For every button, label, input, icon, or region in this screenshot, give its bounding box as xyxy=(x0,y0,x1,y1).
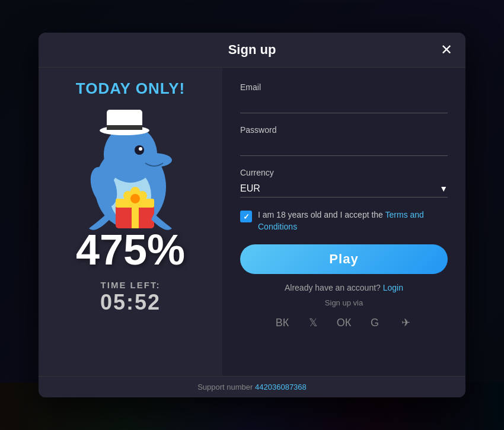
google-icon[interactable]: G xyxy=(365,313,384,332)
today-only-label: TODAY ONLY! xyxy=(76,79,185,98)
left-panel: TODAY ONLY! xyxy=(39,68,222,376)
currency-select[interactable]: EUR USD GBP RUB xyxy=(240,180,448,197)
right-panel: Email Password Currency EUR USD GBP RUB xyxy=(222,68,465,376)
modal-header: Sign up ✕ xyxy=(39,33,465,68)
odnoklassniki-icon[interactable]: ОК xyxy=(334,313,353,332)
svg-point-17 xyxy=(130,194,140,203)
terms-checkbox-row: I am 18 years old and I accept the Terms… xyxy=(240,209,448,232)
twitter-icon[interactable]: 𝕏 xyxy=(304,313,323,332)
svg-point-5 xyxy=(139,147,142,151)
modal-body: TODAY ONLY! xyxy=(39,68,465,376)
close-button[interactable]: ✕ xyxy=(438,40,455,59)
terms-checkbox[interactable] xyxy=(240,211,252,222)
svg-rect-8 xyxy=(107,125,142,130)
email-input[interactable] xyxy=(240,95,448,113)
currency-select-wrapper: EUR USD GBP RUB ▼ xyxy=(240,180,448,198)
telegram-icon[interactable]: ✈ xyxy=(396,313,415,332)
modal-title: Sign up xyxy=(228,42,276,58)
modal-footer: Support number 442036087368 xyxy=(39,376,465,397)
social-icons-row: ВК 𝕏 ОК G ✈ xyxy=(240,313,448,332)
play-button[interactable]: Play xyxy=(240,244,448,274)
password-group: Password xyxy=(240,125,448,156)
password-label: Password xyxy=(240,125,448,135)
support-number-link[interactable]: 442036087368 xyxy=(255,383,307,391)
percent-label: 475% xyxy=(76,228,185,271)
dolphin-illustration xyxy=(71,104,190,234)
currency-label: Currency xyxy=(240,168,448,177)
time-left-label: TIME LEFT: xyxy=(101,280,161,290)
svg-point-3 xyxy=(136,153,172,167)
timer-display: 05:52 xyxy=(100,290,161,315)
login-link[interactable]: Login xyxy=(383,283,403,292)
terms-text: I am 18 years old and I accept the Terms… xyxy=(258,209,448,232)
password-input[interactable] xyxy=(240,138,448,156)
signup-modal: Sign up ✕ TODAY ONLY! xyxy=(39,33,465,397)
login-row: Already have an account? Login xyxy=(240,283,448,292)
email-group: Email xyxy=(240,82,448,113)
currency-group: Currency EUR USD GBP RUB ▼ xyxy=(240,168,448,198)
vk-icon[interactable]: ВК xyxy=(273,313,292,332)
signup-via-label: Sign up via xyxy=(240,298,448,307)
email-label: Email xyxy=(240,82,448,92)
